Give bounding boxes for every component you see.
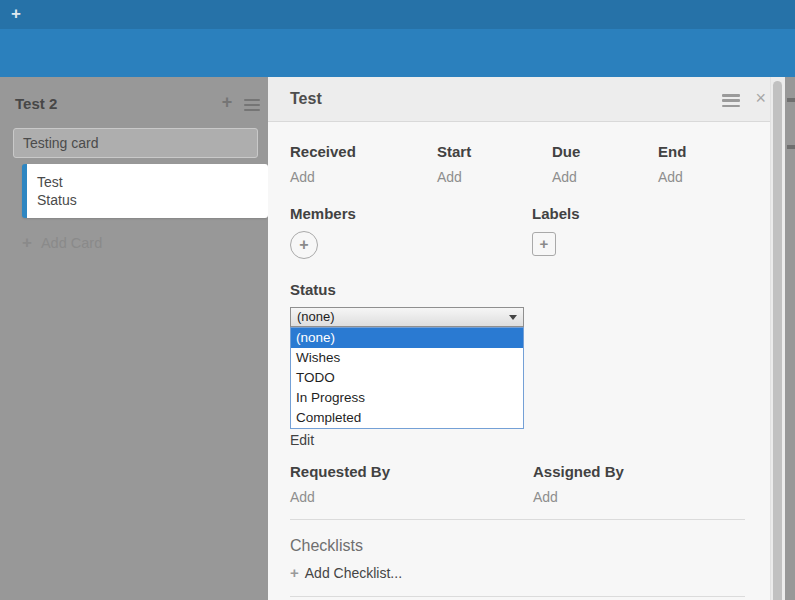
- status-label: Status: [290, 281, 745, 298]
- due-add-link[interactable]: Add: [552, 169, 658, 185]
- card-detail-header: Test ×: [268, 77, 785, 122]
- minicard-testing-card[interactable]: Testing card: [13, 128, 258, 158]
- list-menu-icon[interactable]: [244, 99, 260, 114]
- panel-scrollbar: [770, 77, 785, 600]
- section-divider: [290, 596, 745, 597]
- labels-label: Labels: [532, 205, 580, 222]
- card-title: Test: [290, 90, 322, 108]
- people-section: Requested By Add Assigned By Add: [290, 463, 745, 505]
- assigned-by-field: Assigned By Add: [533, 463, 624, 505]
- minicard-line-2: Status: [37, 191, 268, 209]
- status-edit-link[interactable]: Edit: [290, 432, 314, 448]
- checklists-label: Checklists: [290, 537, 745, 555]
- requested-by-field: Requested By Add: [290, 463, 533, 505]
- requested-by-label: Requested By: [290, 463, 390, 480]
- status-dropdown: (none) Wishes TODO In Progress Completed: [290, 327, 524, 429]
- end-field: End Add: [658, 143, 686, 185]
- plus-icon: +: [22, 234, 32, 252]
- dates-section: Received Add Start Add Due Add End Add: [290, 143, 745, 185]
- status-option-wishes[interactable]: Wishes: [291, 348, 523, 368]
- card-menu-icon[interactable]: [722, 94, 740, 110]
- received-add-link[interactable]: Add: [290, 169, 437, 185]
- add-checklist-button[interactable]: + Add Checklist...: [290, 564, 745, 581]
- status-option-none[interactable]: (none): [291, 328, 523, 348]
- assigned-by-add-link[interactable]: Add: [533, 489, 558, 505]
- start-label: Start: [437, 143, 552, 160]
- topbar: [0, 0, 795, 29]
- start-add-link[interactable]: Add: [437, 169, 552, 185]
- due-field: Due Add: [552, 143, 658, 185]
- list-title: Test 2: [15, 95, 57, 112]
- members-field: Members +: [290, 205, 532, 259]
- members-labels-section: Members + Labels +: [290, 205, 745, 259]
- cutoff-list-add-icon: [787, 98, 795, 102]
- end-add-link[interactable]: Add: [658, 169, 686, 185]
- add-card-button[interactable]: + Add Card: [22, 234, 102, 252]
- scrollbar-thumb[interactable]: [773, 81, 782, 600]
- add-checklist-label: Add Checklist...: [305, 565, 402, 581]
- add-label-button[interactable]: +: [532, 232, 556, 256]
- select-caret-icon: [509, 315, 517, 320]
- end-label: End: [658, 143, 686, 160]
- minicard-title: Testing card: [23, 135, 98, 151]
- board-header-bar: [0, 29, 795, 77]
- close-icon[interactable]: ×: [755, 88, 766, 108]
- add-member-button[interactable]: +: [290, 231, 318, 259]
- status-selected-value: (none): [297, 309, 335, 324]
- status-option-completed[interactable]: Completed: [291, 408, 523, 428]
- status-section: Status (none) (none) Wishes TODO In Prog…: [290, 281, 745, 449]
- labels-field: Labels +: [532, 205, 580, 259]
- requested-by-add-link[interactable]: Add: [290, 489, 315, 505]
- due-label: Due: [552, 143, 658, 160]
- minicard-line-1: Test: [37, 173, 268, 191]
- received-label: Received: [290, 143, 437, 160]
- plus-icon: +: [290, 564, 299, 581]
- assigned-by-label: Assigned By: [533, 463, 624, 480]
- status-option-in-progress[interactable]: In Progress: [291, 388, 523, 408]
- card-detail-panel: Test × Received Add Start Add Due Add: [268, 77, 785, 600]
- status-select[interactable]: (none): [290, 307, 524, 327]
- minicard-test-selected[interactable]: Test Status: [22, 164, 268, 218]
- section-divider: [290, 519, 745, 520]
- start-field: Start Add: [437, 143, 552, 185]
- list-add-card-icon[interactable]: +: [218, 93, 236, 111]
- topbar-add-icon[interactable]: +: [8, 4, 24, 24]
- received-field: Received Add: [290, 143, 437, 185]
- card-detail-body: Received Add Start Add Due Add End Add: [290, 123, 745, 597]
- status-option-todo[interactable]: TODO: [291, 368, 523, 388]
- add-card-label: Add Card: [41, 235, 102, 251]
- app-screen: + Test 2 + Testing card Test Status + Ad…: [0, 0, 795, 600]
- cutoff-list-menu-icon: [787, 145, 795, 149]
- members-label: Members: [290, 205, 356, 222]
